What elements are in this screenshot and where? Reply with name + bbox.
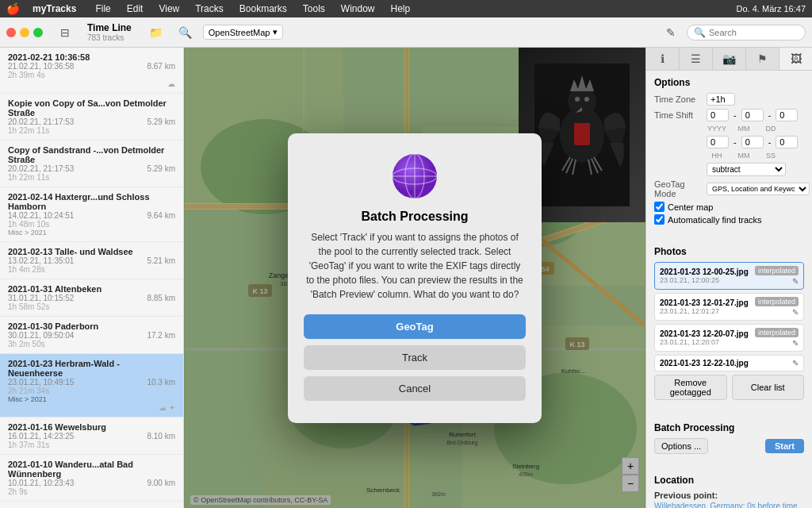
minimize-button[interactable] — [20, 28, 29, 37]
track-date: 31.01.21, 10:15:52 8.85 km — [8, 294, 175, 302]
map-selector[interactable]: OpenStreetMap ▾ — [203, 25, 284, 40]
track-title: 2021-01-31 Altenbeken — [8, 284, 175, 294]
remove-geotagged-button[interactable]: Remove geotagged — [654, 375, 727, 400]
center-map-checkbox[interactable] — [654, 202, 665, 212]
menu-help[interactable]: Help — [388, 3, 414, 14]
list-item[interactable]: 2021-01-30 Paderborn 30.01.21, 09:50:04 … — [0, 317, 183, 354]
sidebar-toggle[interactable]: ⊟ — [56, 25, 75, 40]
timeshift-input-3[interactable] — [776, 109, 798, 121]
auto-find-checkbox[interactable] — [654, 214, 665, 225]
timeshift-row: Time Shift - - — [654, 109, 804, 121]
center-map-row: Center map — [654, 202, 804, 212]
menu-bookmarks[interactable]: Bookmarks — [236, 3, 290, 14]
photo-time: 23.01.21, 12:20:07 — [660, 338, 749, 346]
map-selector-label: OpenStreetMap — [209, 28, 270, 37]
menu-edit[interactable]: Edit — [124, 3, 147, 14]
track-title: 2021-02-14 Haxtergr...und Schloss Hambor… — [8, 192, 175, 211]
list-item[interactable]: Kopie von Copy of Sa...von Detmolder Str… — [0, 94, 183, 140]
tab-list[interactable]: ☰ — [680, 48, 713, 70]
geotag-mode-label: GeoTag Mode — [654, 179, 702, 198]
timeshift-input-5[interactable] — [741, 136, 764, 148]
menu-tracks[interactable]: Tracks — [192, 3, 227, 14]
interpolated-badge: interpolated — [755, 297, 799, 306]
track-duration: 2h 21m 34s — [8, 387, 175, 395]
track-date: 30.01.21, 09:50:04 17.2 km — [8, 331, 175, 340]
timezone-input[interactable] — [707, 93, 735, 106]
list-item[interactable]: 2021-01-23 Herbram-Wald - Neuenheerse 23… — [0, 354, 183, 418]
sidebar: 2021-02-21 10:36:58 21.02.21, 10:36:58 8… — [0, 48, 184, 508]
clear-list-button[interactable]: Clear list — [732, 375, 805, 400]
list-item[interactable]: Copy of Sandstrand -...von Detmolder Str… — [0, 140, 183, 187]
track-date: 23.01.21, 10:49:15 10.3 km — [8, 378, 175, 387]
maximize-button[interactable] — [33, 28, 43, 37]
search-input[interactable] — [709, 28, 799, 37]
photo-item[interactable]: 2021-01-23 12-20-07.jpg 23.01.21, 12:20:… — [654, 324, 804, 352]
photo-edit-icon[interactable]: ✎ — [792, 277, 799, 286]
photo-edit-icon[interactable]: ✎ — [792, 308, 799, 317]
unit-yyyy: YYYY — [706, 125, 728, 133]
modal-overlay: Batch Processing Select 'Track' if you w… — [184, 48, 645, 508]
prev-point-text[interactable]: Willebadessen, Germany: 0s before time o… — [654, 502, 804, 508]
timeshift-input-1[interactable] — [707, 109, 729, 121]
search-button[interactable]: 🔍 — [174, 25, 197, 40]
photo-edit-icon[interactable]: ✎ — [792, 339, 799, 348]
photo-action-row: Remove geotagged Clear list — [654, 375, 804, 400]
list-item[interactable]: 2021-02-13 Talle- und Waldsee 13.02.21, … — [0, 242, 183, 279]
photo-item[interactable]: 2021-01-23 12-22-10.jpg ✎ — [654, 355, 804, 371]
track-duration: 2h 9s — [8, 487, 175, 496]
menu-view[interactable]: View — [155, 3, 182, 14]
batch-title: Batch Processing — [654, 422, 804, 433]
menu-tools[interactable]: Tools — [300, 3, 328, 14]
timeshift-input-6[interactable] — [776, 136, 798, 148]
minus-sep-4: - — [768, 137, 772, 147]
track-button[interactable]: Track — [304, 345, 526, 370]
edit-button[interactable]: ✎ — [661, 25, 680, 40]
list-item[interactable]: 2021-02-14 Haxtergr...und Schloss Hambor… — [0, 187, 183, 242]
new-folder-button[interactable]: 📁 — [144, 25, 167, 40]
track-duration: 1h 37m 31s — [8, 441, 175, 449]
list-item[interactable]: 2021-01-10 Wanderu...atal Bad Wünnenberg… — [0, 455, 183, 502]
batch-start-button[interactable]: Start — [765, 439, 804, 453]
subtract-select[interactable]: subtract add — [707, 163, 786, 176]
track-title: 2021-01-10 Wanderu...atal Bad Wünnenberg — [8, 460, 175, 479]
batch-options-button[interactable]: Options ... — [654, 438, 708, 454]
timeshift-units-row: YYYY MM DD — [706, 125, 804, 133]
timeshift-input-2[interactable] — [741, 109, 764, 121]
app-name: myTracks — [33, 3, 76, 14]
menu-window[interactable]: Window — [338, 3, 378, 14]
batch-section: Batch Processing Options ... Start — [646, 416, 812, 465]
interpolated-badge: interpolated — [755, 328, 799, 337]
list-item[interactable]: 2021-01-16 Wewelsburg 16.01.21, 14:23:25… — [0, 418, 183, 455]
list-item[interactable]: 2021-02-21 10:36:58 21.02.21, 10:36:58 8… — [0, 48, 183, 94]
photo-name: 2021-01-23 12-22-10.jpg — [660, 359, 749, 368]
apple-menu[interactable]: 🍎 — [6, 2, 20, 15]
map-area[interactable]: L 828 L 517 K 13 L 954 K 13 L 828 Zangen… — [184, 48, 645, 508]
photo-edit-icon[interactable]: ✎ — [792, 359, 799, 368]
timeshift-hms-units-row: HH MM SS — [706, 152, 804, 160]
timezone-label: Time Zone — [654, 94, 702, 104]
minus-sep-3: - — [733, 137, 737, 147]
track-title: 2021-02-13 Talle- und Waldsee — [8, 247, 175, 256]
menubar-items: File Edit View Tracks Bookmarks Tools Wi… — [92, 3, 726, 14]
cancel-button[interactable]: Cancel — [304, 376, 526, 401]
timeshift-input-4[interactable] — [707, 136, 729, 148]
tab-flag[interactable]: ⚑ — [746, 48, 779, 70]
center-map-label: Center map — [668, 202, 713, 212]
tab-info[interactable]: ℹ — [646, 48, 680, 70]
search-box[interactable]: 🔍 — [687, 25, 806, 40]
prev-point-title: Previous point: — [654, 491, 804, 500]
tab-camera[interactable]: 📷 — [713, 48, 746, 70]
photo-time: 23.01.21, 12:00:25 — [660, 276, 749, 284]
photo-item[interactable]: 2021-01-23 12-00-25.jpg 23.01.21, 12:00:… — [654, 262, 804, 290]
options-title: Options — [654, 77, 804, 88]
menu-file[interactable]: File — [92, 3, 113, 14]
modal-text: Select 'Track' if you want to assigns th… — [304, 230, 526, 302]
geotag-mode-select[interactable]: GPS, Location and Keywords GPS only — [707, 183, 810, 195]
geotag-button[interactable]: GeoTag — [304, 314, 526, 339]
photo-item[interactable]: 2021-01-23 12-01-27.jpg 23.01.21, 12:01:… — [654, 293, 804, 321]
list-item[interactable]: 2021-01-31 Altenbeken 31.01.21, 10:15:52… — [0, 279, 183, 317]
photo-name: 2021-01-23 12-00-25.jpg — [660, 267, 749, 276]
close-button[interactable] — [6, 28, 16, 37]
window-title: Time Line 783 tracks — [87, 22, 132, 42]
tab-photo[interactable]: 🖼 — [779, 48, 812, 70]
